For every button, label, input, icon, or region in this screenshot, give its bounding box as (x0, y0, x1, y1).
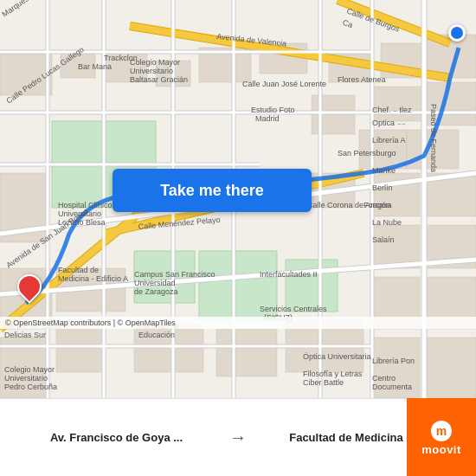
svg-text:Universitario: Universitario (58, 209, 101, 218)
destination-pin (448, 24, 466, 42)
svg-text:Óptica Universitaria: Óptica Universitaria (303, 352, 371, 361)
map-attribution: © OpenStreetMap contributors | © OpenMap… (0, 317, 476, 329)
svg-text:Medicina - Edificio A: Medicina - Edificio A (58, 274, 128, 283)
svg-text:Calle Juan José Lorente: Calle Juan José Lorente (242, 80, 326, 88)
svg-text:Colegio Mayor: Colegio Mayor (4, 365, 55, 374)
svg-rect-14 (372, 87, 424, 121)
svg-text:Forcasa: Forcasa (363, 201, 392, 209)
route-info: Av. Francisco de Goya ... → Facultad de … (0, 428, 476, 447)
moovit-label: moovit (421, 443, 461, 456)
svg-text:Lozano Blesa: Lozano Blesa (58, 218, 106, 227)
route-arrow: → (229, 428, 247, 447)
svg-text:m: m (436, 424, 447, 438)
moovit-icon: m (426, 419, 457, 443)
svg-text:Paseo de Fernanda: Paseo de Fernanda (429, 104, 438, 172)
svg-text:de Zaragoza: de Zaragoza (134, 287, 178, 296)
svg-text:Universitario: Universitario (130, 67, 173, 75)
svg-text:Facultad de: Facultad de (58, 266, 99, 274)
svg-text:Delicias Sur: Delicias Sur (4, 331, 46, 339)
svg-text:Colegio Mayor: Colegio Mayor (130, 58, 180, 67)
svg-text:Educación: Educación (138, 331, 175, 339)
svg-text:Optica ₋₋: Optica ₋₋ (372, 119, 406, 127)
svg-text:Librería A: Librería A (372, 136, 406, 145)
svg-text:Filosofía y Letras: Filosofía y Letras (303, 370, 363, 378)
svg-text:Servicios Centrales: Servicios Centrales (260, 305, 327, 313)
svg-text:Centro: Centro (372, 374, 396, 383)
svg-text:Ciber Battle: Ciber Battle (303, 378, 344, 387)
svg-text:Universitario: Universitario (4, 374, 48, 383)
svg-text:La Nube: La Nube (372, 218, 402, 227)
svg-text:Manke: Manke (372, 166, 396, 175)
svg-text:Bar Mana: Bar Mana (78, 62, 112, 71)
route-from-name: Av. Francisco de Goya ... (10, 431, 222, 444)
svg-text:Flores Atenea: Flores Atenea (338, 75, 386, 84)
svg-text:Baltasar Gracián: Baltasar Gracián (130, 75, 188, 84)
bottom-bar: Av. Francisco de Goya ... → Facultad de … (0, 398, 476, 476)
svg-text:Universidad: Universidad (134, 279, 176, 287)
route-from: Av. Francisco de Goya ... (10, 431, 222, 444)
map-container: Marquesa Villahermosa Calle Pedro Lucas … (0, 0, 476, 398)
svg-text:San Petersburgo: San Petersburgo (338, 149, 396, 158)
moovit-logo: m moovit (407, 398, 476, 476)
svg-rect-31 (424, 338, 476, 398)
svg-text:Estudio Foto: Estudio Foto (251, 106, 295, 114)
svg-text:Librería Pon: Librería Pon (372, 357, 415, 365)
svg-text:Salaín: Salaín (372, 235, 395, 244)
svg-text:Campus San Francisco: Campus San Francisco (134, 270, 215, 279)
svg-text:Berlín: Berlín (372, 183, 393, 192)
take-me-there-button[interactable]: Take me there (113, 169, 312, 212)
svg-text:Interfacultades II: Interfacultades II (260, 270, 318, 279)
svg-text:Pedro Cerbuña: Pedro Cerbuña (4, 383, 57, 391)
svg-text:Madrid: Madrid (255, 114, 280, 123)
svg-rect-33 (216, 329, 277, 376)
svg-text:Documenta: Documenta (372, 383, 412, 391)
svg-text:Chef. ₋ tlez: Chef. ₋ tlez (372, 106, 412, 114)
svg-text:Trackclon: Trackclon (104, 54, 138, 62)
svg-text:Hospital Clínico: Hospital Clínico (58, 201, 113, 209)
